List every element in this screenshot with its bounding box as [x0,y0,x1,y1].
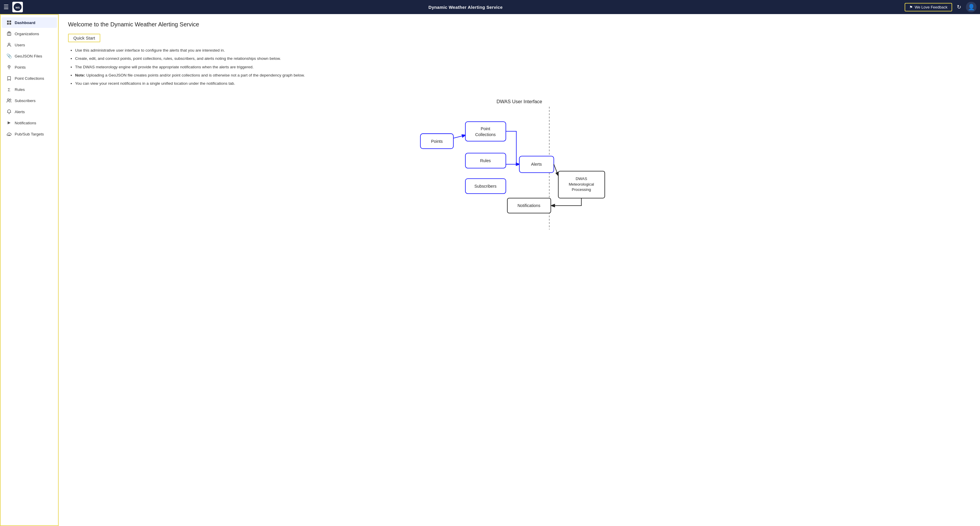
sidebar-label-organizations: Organizations [15,32,39,36]
sidebar-item-notifications[interactable]: Notifications [2,118,57,128]
user-icon: 👤 [968,3,975,11]
svg-point-16 [10,99,11,100]
main-content: Welcome to the Dynamic Weather Alerting … [59,14,980,526]
sidebar-label-points: Points [15,65,26,70]
sidebar-item-geojson[interactable]: 📎 GeoJSON Files [2,51,57,61]
sidebar-item-dashboard[interactable]: Dashboard [2,17,57,28]
sidebar-label-subscribers: Subscribers [15,99,35,103]
svg-rect-9 [8,35,9,35]
sidebar-label-point-collections: Point Collections [15,76,44,81]
svg-rect-7 [8,34,9,34]
svg-rect-10 [10,35,10,35]
building-icon [6,31,12,37]
sidebar-label-notifications: Notifications [15,121,37,125]
feedback-button[interactable]: ⚑ We Love Feedback [905,3,952,11]
svg-text:Processing: Processing [572,188,591,192]
svg-rect-2 [7,21,9,22]
bullet-item-2: Create, edit, and connect points, point … [75,56,970,62]
diagram-container: DWAS User Interface Points Point Collect… [68,95,970,230]
cloud-upload-icon [6,131,12,137]
diagram-label-notifications: Notifications [517,203,541,208]
bullet-list: Use this administrative user interface t… [68,48,970,86]
svg-text:Point: Point [480,126,490,131]
sidebar-item-rules[interactable]: Σ Rules [2,84,57,95]
sidebar-item-alerts[interactable]: Alerts [2,106,57,117]
svg-point-12 [8,43,10,45]
diagram-label-rules: Rules [480,158,491,163]
sidebar-label-alerts: Alerts [15,110,25,114]
arrow-right-icon [6,120,12,126]
svg-rect-21 [465,122,506,141]
svg-line-20 [453,135,465,138]
diagram-svg: DWAS User Interface Points Point Collect… [402,95,636,230]
sidebar-label-users: Users [15,43,25,47]
diagram-title: DWAS User Interface [496,99,542,104]
svg-rect-3 [10,21,11,22]
logo: WS [12,2,23,12]
svg-rect-4 [7,23,9,25]
page-title: Dynamic Weather Alerting Service [26,5,905,10]
sidebar-item-organizations[interactable]: Organizations [2,29,57,39]
svg-text:Meteorological: Meteorological [569,182,594,186]
bell-icon [6,109,12,114]
quick-start-badge: Quick Start [68,34,100,42]
pin-icon [6,65,12,70]
sidebar-item-pubsub[interactable]: Pub/Sub Targets [2,129,57,139]
svg-rect-5 [10,23,11,25]
flag-icon: ⚑ [909,5,913,10]
refresh-button[interactable]: ↻ [955,3,964,11]
menu-icon[interactable]: ☰ [3,3,9,11]
sidebar-label-geojson: GeoJSON Files [15,54,42,58]
sidebar-label-pubsub: Pub/Sub Targets [15,132,44,136]
svg-point-15 [7,99,9,100]
diagram-label-alerts: Alerts [531,162,542,167]
bullet-item-3: The DWAS meteorology engine will provide… [75,64,970,70]
diagram-label-subscribers: Subscribers [474,184,497,189]
svg-rect-8 [10,34,10,34]
svg-line-28 [554,164,558,176]
sidebar: Dashboard Organizations [0,14,59,526]
bullet-item-5: You can view your recent notifications i… [75,81,970,86]
sigma-icon: Σ [6,87,12,92]
diagram-label-points: Points [431,139,443,144]
svg-text:DWAS: DWAS [576,177,587,181]
paperclip-icon: 📎 [6,53,12,59]
user-button[interactable]: 👤 [966,2,977,12]
bullet-item-4: Note: Uploading a GeoJSON file creates p… [75,72,970,78]
sidebar-item-subscribers[interactable]: Subscribers [2,95,57,106]
svg-marker-17 [8,121,11,124]
sidebar-item-users[interactable]: Users [2,40,57,50]
person-icon [6,42,12,48]
bookmark-icon [6,76,12,81]
svg-text:Collections: Collections [475,132,496,137]
sidebar-label-dashboard: Dashboard [15,21,35,25]
svg-text:WS: WS [16,6,20,9]
bullet-item-1: Use this administrative user interface t… [75,48,970,53]
welcome-title: Welcome to the Dynamic Weather Alerting … [68,21,970,28]
topnav: ☰ WS Dynamic Weather Alerting Service ⚑ … [0,0,980,14]
sidebar-item-point-collections[interactable]: Point Collections [2,73,57,84]
people-icon [6,98,12,103]
grid-icon [6,20,12,25]
topnav-actions: ⚑ We Love Feedback ↻ 👤 [905,2,977,12]
sidebar-item-points[interactable]: Points [2,62,57,72]
svg-point-14 [9,66,10,67]
sidebar-label-rules: Rules [15,87,25,92]
svg-rect-11 [8,32,10,33]
app-body: Dashboard Organizations [0,14,980,526]
